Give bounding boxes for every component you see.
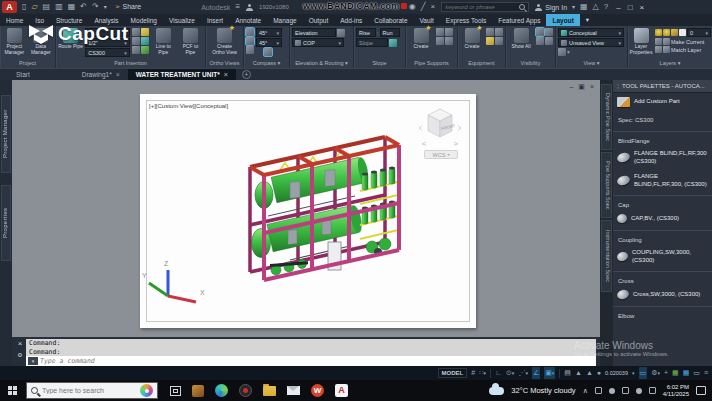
bandicam-app-icon[interactable] xyxy=(239,384,252,397)
tab-start[interactable]: Start xyxy=(8,69,38,80)
ime-tray-icon[interactable] xyxy=(609,388,615,394)
line-to-pipe-button[interactable]: Line to Pipe xyxy=(151,28,176,59)
visibility-tool-1-icon[interactable] xyxy=(536,28,544,36)
autoscale-icon[interactable]: ▲ xyxy=(575,367,582,379)
edge-browser-icon[interactable] xyxy=(215,384,228,397)
command-input[interactable] xyxy=(40,357,596,365)
layer-tool-3-icon[interactable] xyxy=(655,46,662,53)
part-insertion-tool-1-icon[interactable] xyxy=(132,28,140,36)
equipment-tool-3-icon[interactable] xyxy=(486,37,494,45)
action-center-icon[interactable] xyxy=(696,386,706,395)
annotation-visibility-icon[interactable]: ▤ xyxy=(564,367,571,379)
pipe-support-tool-1-icon[interactable] xyxy=(436,28,444,36)
hidden-icons-chevron[interactable]: ∧ xyxy=(583,387,588,395)
hardware-acceleration-icon[interactable]: ▦ xyxy=(683,367,690,379)
taskbar-clock[interactable]: 6:02 PM 4/11/2025 xyxy=(663,384,689,398)
store-app-icon[interactable] xyxy=(192,385,204,397)
mail-app-icon[interactable] xyxy=(287,386,300,395)
layer-tool-4-icon[interactable] xyxy=(663,46,670,53)
graphics-performance-icon[interactable]: ▦ xyxy=(672,367,679,379)
annotation-scale-icon[interactable]: ▲ xyxy=(586,367,593,379)
grid-display-icon[interactable]: # xyxy=(471,367,475,379)
qat-dropdown-icon[interactable]: ▾ xyxy=(104,0,107,14)
viewport-minimize-icon[interactable]: – xyxy=(569,83,573,91)
weather-label[interactable]: 32°C Mostly cloudy xyxy=(511,386,575,395)
tab-drawing1[interactable]: Drawing1*× xyxy=(74,69,128,80)
panel-label-layers[interactable]: Layers ▾ xyxy=(628,59,712,68)
tab-collaborate[interactable]: Collaborate xyxy=(368,14,413,26)
compass-angle-2-dropdown[interactable]: 45°▾ xyxy=(256,38,282,47)
part-insertion-tool-2-icon[interactable] xyxy=(141,28,149,36)
tab-output[interactable]: Output xyxy=(303,14,335,26)
minimize-button[interactable]: – xyxy=(616,3,620,12)
show-all-button[interactable]: Show All xyxy=(508,28,534,59)
clean-screen-icon[interactable]: ▭ xyxy=(693,367,700,379)
cart-icon[interactable]: ▦ xyxy=(580,0,588,14)
tab-insert[interactable]: Insert xyxy=(201,14,229,26)
tab-manage[interactable]: Manage xyxy=(267,14,303,26)
tab-water-treatment-unit[interactable]: WATER TREATMENT UNIT*× xyxy=(128,69,236,80)
pipe-spec-dropdown[interactable]: CS300▾ xyxy=(85,48,130,57)
create-pipe-support-button[interactable]: Create xyxy=(408,28,434,59)
model-space-button[interactable]: MODEL xyxy=(438,368,468,378)
polar-tracking-icon[interactable]: ⊙▾ xyxy=(506,367,514,379)
redo-icon[interactable]: ↷ xyxy=(92,0,99,14)
run-field[interactable]: Run xyxy=(380,28,400,37)
viewport-close-icon[interactable]: × xyxy=(590,83,594,91)
wcs-dropdown[interactable]: WCS▾ xyxy=(424,150,458,159)
match-layer-button[interactable]: Match Layer xyxy=(671,47,701,53)
microphone-tray-icon[interactable] xyxy=(636,388,642,394)
compass-toggle-1-icon[interactable] xyxy=(246,28,254,36)
create-equipment-button[interactable]: Create xyxy=(460,28,484,59)
palette-item-cap[interactable]: CAP,BV., (CS300) xyxy=(613,210,712,227)
compass-toggle-2-icon[interactable] xyxy=(246,37,254,45)
current-layer-dropdown[interactable]: 0▾ xyxy=(687,28,711,37)
add-custom-part-button[interactable]: Add Custom Part xyxy=(613,93,712,111)
user-icon[interactable] xyxy=(246,4,253,11)
volume-tray-icon[interactable] xyxy=(649,387,656,394)
part-insertion-tool-3-icon[interactable] xyxy=(132,37,140,45)
autocad-app-icon[interactable]: A xyxy=(2,1,17,13)
new-drawing-button[interactable]: + xyxy=(242,70,251,79)
palette-grip-icon[interactable]: ⁞ xyxy=(617,83,619,90)
panel-label-view[interactable]: View ▾ xyxy=(556,59,627,68)
restore-button[interactable]: □ xyxy=(628,3,633,12)
panel-label-elevation-routing[interactable]: Elevation & Routing ▾ xyxy=(290,59,353,68)
layer-on-icon[interactable] xyxy=(655,29,662,36)
compass-snap-icon[interactable] xyxy=(246,46,254,54)
tool-palettes-header[interactable]: ⁞ TOOL PALETTES - AUTOCA... xyxy=(613,80,712,93)
file-explorer-icon[interactable] xyxy=(263,386,276,396)
save-as-icon[interactable]: ▥ xyxy=(55,0,63,14)
routing-icon[interactable] xyxy=(337,29,345,37)
palette-item-flange-blind-2[interactable]: FLANGE BLIND,FL,RF,300, (CS300) xyxy=(613,169,712,192)
layer-freeze-icon[interactable] xyxy=(663,29,670,36)
lock-ui-icon[interactable]: ● xyxy=(597,367,601,379)
palette-tab-instrumentation-spec[interactable]: Instrumentation Spec xyxy=(601,220,612,292)
ribbon-display-toggle-icon[interactable]: ▾ xyxy=(580,14,595,26)
compass-toggle-3-icon[interactable] xyxy=(264,48,272,56)
help-search-input[interactable] xyxy=(442,4,519,10)
layer-tool-2-icon[interactable] xyxy=(663,38,670,45)
project-manager-button[interactable]: Project Manager xyxy=(2,28,27,59)
tab-add-ins[interactable]: Add-ins xyxy=(334,14,368,26)
close-button[interactable]: × xyxy=(640,3,645,12)
task-view-button[interactable] xyxy=(170,386,181,396)
layer-lock-icon[interactable] xyxy=(671,29,678,36)
palette-tab-dynamic-pipe-spec[interactable]: Dynamic Pipe Spec xyxy=(601,84,612,150)
drawing-canvas[interactable]: – ▣ × [+][Custom View][Conceptual] xyxy=(12,80,600,337)
autocad-taskbar-icon[interactable]: A xyxy=(335,384,348,397)
w-app-icon[interactable]: W xyxy=(311,384,324,397)
pencil-icon[interactable]: ╱ xyxy=(421,0,426,14)
viewcube[interactable]: FRONT xyxy=(418,102,462,148)
named-view-dropdown[interactable]: Unsaved View▾ xyxy=(558,38,624,47)
new-file-icon[interactable]: ▯ xyxy=(22,0,26,14)
layout-paper[interactable]: [+][Custom View][Conceptual] xyxy=(140,94,476,328)
close-overlay-icon[interactable]: × xyxy=(431,0,436,14)
pipe-support-tool-2-icon[interactable] xyxy=(445,28,453,36)
undo-icon[interactable]: ↶ xyxy=(80,0,87,14)
customization-menu-icon[interactable]: ≡ xyxy=(704,367,708,379)
record-icon[interactable]: ◉ xyxy=(409,0,416,14)
settings-gear-icon[interactable]: ⚙▾ xyxy=(651,367,660,379)
isometric-drafting-icon[interactable]: ⋰▾ xyxy=(518,367,528,379)
open-folder-icon[interactable]: ▱ xyxy=(31,0,37,14)
